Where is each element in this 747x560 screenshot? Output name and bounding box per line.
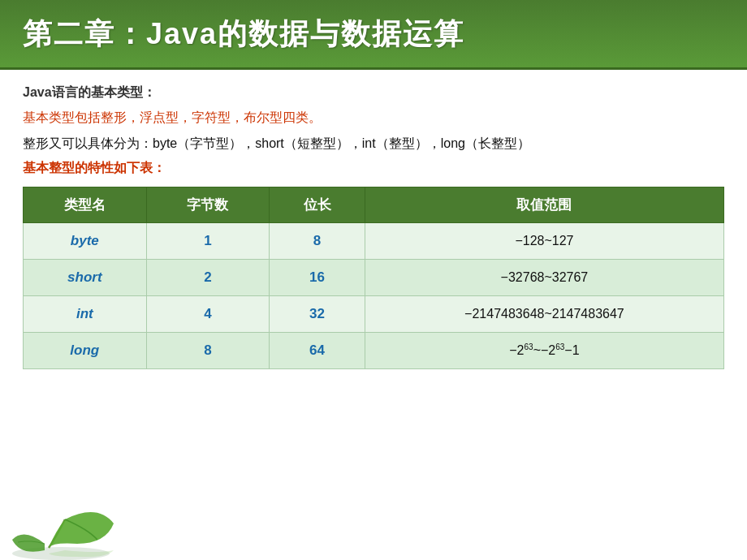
footer-leaf-decoration (0, 495, 146, 560)
table-header-row: 类型名 字节数 位长 取值范围 (24, 187, 724, 223)
cell-bytes-byte: 1 (146, 223, 270, 260)
table-row: byte 1 8 −128~127 (24, 223, 724, 260)
cell-range-byte: −128~127 (365, 223, 723, 260)
cell-range-short: −32768~32767 (365, 260, 723, 296)
slide-title: 第二章：Java的数据与数据运算 (23, 15, 724, 54)
types-table: 类型名 字节数 位长 取值范围 byte 1 8 −128~127 short … (23, 187, 724, 369)
col-header-bits: 位长 (270, 187, 365, 223)
cell-bits-long: 64 (270, 333, 365, 369)
cell-bits-int: 32 (270, 296, 365, 333)
cell-bits-byte: 8 (270, 223, 365, 260)
cell-bytes-long: 8 (146, 333, 270, 369)
cell-type-int: int (24, 296, 147, 333)
slide-content: Java语言的基本类型： 基本类型包括整形，浮点型，字符型，布尔型四类。 整形又… (0, 70, 747, 560)
col-header-range: 取值范围 (365, 187, 723, 223)
label-table-intro: 基本整型的特性如下表： (23, 160, 724, 177)
desc-int-types: 整形又可以具体分为：byte（字节型），short（短整型），int（整型），l… (23, 134, 724, 153)
table-row: short 2 16 −32768~32767 (24, 260, 724, 296)
col-header-type: 类型名 (24, 187, 147, 223)
cell-type-long: long (24, 333, 147, 369)
slide: 第二章：Java的数据与数据运算 Java语言的基本类型： 基本类型包括整形，浮… (0, 0, 747, 560)
leaf-icon (0, 495, 146, 560)
col-header-bytes: 字节数 (146, 187, 270, 223)
table-row: int 4 32 −2147483648~2147483647 (24, 296, 724, 333)
slide-header: 第二章：Java的数据与数据运算 (0, 0, 747, 70)
table-row: long 8 64 −263~−263−1 (24, 333, 724, 369)
desc-basic-types: 基本类型包括整形，浮点型，字符型，布尔型四类。 (23, 108, 724, 127)
cell-bytes-short: 2 (146, 260, 270, 296)
cell-range-int: −2147483648~2147483647 (365, 296, 723, 333)
cell-type-byte: byte (24, 223, 147, 260)
cell-type-short: short (24, 260, 147, 296)
cell-bytes-int: 4 (146, 296, 270, 333)
cell-range-long: −263~−263−1 (365, 333, 723, 369)
label-java-types: Java语言的基本类型： (23, 84, 724, 101)
cell-bits-short: 16 (270, 260, 365, 296)
